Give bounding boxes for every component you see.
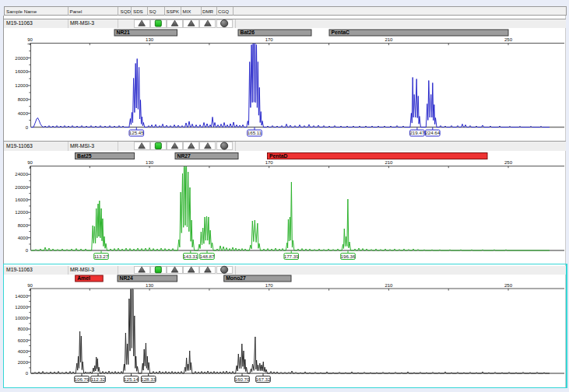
svg-text:4000: 4000 [18,236,29,240]
svg-text:6000: 6000 [18,338,29,343]
svg-text:16000: 16000 [15,198,28,202]
svg-text:143.31: 143.31 [183,254,198,259]
svg-text:8000: 8000 [18,223,29,228]
svg-text:113.27: 113.27 [94,254,109,259]
svg-text:210: 210 [385,283,393,288]
svg-text:196.36: 196.36 [341,254,356,259]
svg-text:2000: 2000 [18,360,29,365]
svg-text:170: 170 [265,37,274,42]
svg-text:NR21: NR21 [117,30,131,35]
svg-text:14000: 14000 [15,294,28,299]
svg-text:90: 90 [27,160,33,165]
svg-text:Bat25: Bat25 [77,153,92,159]
svg-text:4000: 4000 [18,349,29,354]
svg-text:130: 130 [146,283,154,288]
svg-text:12000: 12000 [15,305,28,310]
svg-text:10000: 10000 [15,316,28,320]
svg-text:16000: 16000 [15,69,28,74]
svg-text:170: 170 [265,160,274,165]
svg-text:12000: 12000 [15,83,28,88]
svg-text:Mono27: Mono27 [226,275,246,281]
svg-text:PentaC: PentaC [332,30,350,35]
svg-text:250: 250 [504,37,513,42]
svg-text:210: 210 [385,160,393,165]
svg-text:20000: 20000 [15,56,28,61]
svg-text:167.32: 167.32 [256,376,271,382]
svg-text:148.87: 148.87 [200,254,215,259]
svg-text:24000: 24000 [15,172,28,177]
svg-text:4000: 4000 [18,111,29,116]
svg-text:224.64: 224.64 [425,130,440,135]
svg-text:130: 130 [146,160,154,165]
svg-text:106.79: 106.79 [75,376,90,382]
svg-text:210: 210 [385,37,393,42]
svg-text:112.32: 112.32 [91,376,106,382]
svg-text:20000: 20000 [15,185,28,190]
svg-text:125.14: 125.14 [124,376,139,382]
svg-text:90: 90 [27,283,33,288]
svg-text:165.11: 165.11 [248,130,262,135]
svg-text:NR24: NR24 [120,275,134,281]
svg-text:219.47: 219.47 [409,130,424,135]
svg-text:0: 0 [26,371,29,376]
svg-text:8000: 8000 [18,327,29,331]
svg-text:160.70: 160.70 [235,376,250,382]
svg-text:177.39: 177.39 [284,254,299,259]
svg-text:Amel: Amel [77,275,90,281]
svg-text:250: 250 [504,160,513,165]
svg-text:8000: 8000 [18,97,29,102]
svg-text:Bat26: Bat26 [241,30,255,35]
svg-text:NR27: NR27 [177,153,191,159]
svg-text:12000: 12000 [15,210,28,215]
svg-text:125.45: 125.45 [129,130,144,135]
svg-text:250: 250 [504,283,513,288]
svg-text:170: 170 [265,283,274,288]
svg-text:0: 0 [26,248,29,253]
svg-text:PentaD: PentaD [269,153,288,159]
svg-text:0: 0 [26,125,29,130]
svg-text:90: 90 [27,37,33,42]
svg-text:130: 130 [146,37,154,42]
svg-text:128.33: 128.33 [141,376,156,382]
